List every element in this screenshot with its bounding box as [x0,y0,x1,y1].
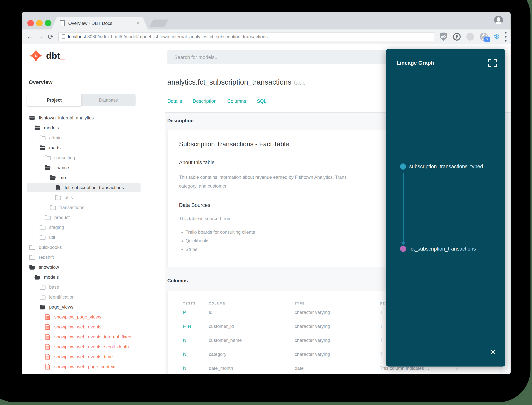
tree-item-models[interactable]: models [22,272,165,282]
browser-menu-icon[interactable]: ••• [505,31,507,43]
tree-item-label: quickbooks [39,245,62,250]
fullscreen-window-button[interactable] [45,20,52,27]
dbt-logo-icon [30,49,42,62]
tree-item-finance[interactable]: finance [22,163,165,173]
column-header-column: COLUMN [209,302,295,305]
snowflake-icon[interactable]: ❄ [493,33,500,40]
tree-item-label: snowplow_web_events [54,324,102,330]
ublock-shield-icon[interactable]: uO [440,33,447,41]
fullscreen-icon[interactable] [488,59,497,67]
tree-item-snowplow_web_page_context[interactable]: snowplow_web_page_context [22,362,165,372]
lineage-close-icon[interactable]: × [490,347,496,357]
tree-item-label: snowplow_web_page_context [54,364,116,369]
tree-item-label: snowplow_web_events_time [54,354,113,359]
tree-item-label: snowplow_web_events_internal_fixed [54,334,131,339]
tree-item-transactions[interactable]: transactions [22,202,165,212]
file-red-icon [44,314,51,320]
tree-item-snowplow_page_views[interactable]: snowplow_page_views [22,312,165,322]
folder-closed-icon [39,224,46,231]
column-name: date_month [209,365,295,371]
tree-item-admin[interactable]: admin [22,133,165,143]
search-placeholder: Search for models... [174,54,219,60]
minimize-window-button[interactable] [36,20,43,27]
tree-item-fct_subscription_transactions[interactable]: fct_subscription_transactions [22,182,165,193]
column-header-tests: TESTS [183,302,209,305]
tree-item-label: models [44,275,59,280]
lineage-node-current[interactable]: fct_subscription_transactions [400,246,476,252]
folder-open-icon [34,274,40,280]
tree-item-snowplow[interactable]: snowplow [22,262,165,272]
file-red-icon [44,334,51,340]
tree-item-label: transactions [59,205,84,210]
tests: P [183,310,209,315]
tests: N [183,338,209,343]
tree-item-models[interactable]: models [22,123,165,133]
power-extension-icon[interactable]: x [480,33,488,41]
tree-item-snowplow_web_events_scroll_depth[interactable]: snowplow_web_events_scroll_depth [22,342,165,352]
tree-item-identification[interactable]: identification [22,292,165,302]
folder-open-icon [39,144,46,151]
file-red-icon [44,344,51,350]
reload-icon[interactable]: ⟳ [45,33,56,40]
description-section-label: Description [167,118,194,123]
tree-item-base[interactable]: base [22,282,165,292]
tree-item-label: finance [54,165,69,170]
sidebar-overview-link[interactable]: Overview [29,79,53,85]
tree-item-utils[interactable]: utils [22,193,165,202]
new-tab-button[interactable] [149,20,169,27]
tree-item-staging[interactable]: staging [22,223,165,232]
tree-item-fishtown_internal_analytics[interactable]: fishtown_internal_analytics [22,113,165,123]
url-bar[interactable]: localhost:8080/index.html#!/model/model.… [58,32,434,41]
model-tab-columns[interactable]: Columns [227,98,246,104]
tree-item-label: fishtown_internal_analytics [39,115,94,121]
tests: N [183,351,209,357]
column-name: customer_name [209,338,295,343]
folder-closed-icon [29,244,35,250]
tree-item-mrr[interactable]: mrr [22,173,165,182]
tree-item-page_views[interactable]: page_views [22,302,165,312]
folder-closed-icon [44,214,51,221]
tree-item-util[interactable]: util [22,232,165,242]
back-icon[interactable]: ← [25,33,35,40]
profile-avatar[interactable] [494,16,503,25]
file-dark-icon [55,184,61,191]
folder-closed-icon [44,155,51,161]
model-tab-sql[interactable]: SQL [257,98,266,104]
browser-window: Overview - DBT Docs × ← → ⟳ localhost:80… [22,12,511,374]
tree-item-consulting[interactable]: consulting [22,153,165,163]
tree-item-redshift[interactable]: redshift [22,252,165,262]
column-header-type: TYPE [295,302,380,305]
tree-item-snowplow_web_events[interactable]: snowplow_web_events [22,322,165,332]
browser-tab-active[interactable]: Overview - DBT Docs × [52,17,148,29]
lineage-edge [403,173,404,243]
url-text: localhost:8080/index.html#!/model/model.… [68,34,268,40]
page-favicon-icon [60,20,65,27]
tree-item-quickbooks[interactable]: quickbooks [22,242,165,252]
close-window-button[interactable] [27,20,34,27]
tree-item-marts[interactable]: marts [22,143,165,153]
model-tab-description[interactable]: Description [193,98,217,104]
forward-icon[interactable]: → [35,33,45,40]
tree-item-snowplow_web_events_internal_fixed[interactable]: snowplow_web_events_internal_fixed [22,332,165,342]
extension-circle-icon[interactable] [466,33,474,40]
tree-item-snowplow_web_events_time[interactable]: snowplow_web_events_time [22,352,165,362]
model-nav-tabs: DetailsDescriptionColumnsSQL [167,98,266,104]
url-path: :8080/index.html#!/model/model.fishtown_… [86,34,268,39]
tree-item-label: page_views [49,304,73,310]
model-tab-details[interactable]: Details [167,98,182,104]
folder-open-icon [39,304,46,310]
tree-item-label: models [44,125,59,130]
tree-item-product[interactable]: product [22,212,165,223]
tree-item-label: fct_subscription_transactions [65,185,124,190]
sidebar-tab-project[interactable]: Project [27,94,81,106]
tab-close-icon[interactable]: × [136,20,140,26]
sidebar-tab-database[interactable]: Database [81,94,136,106]
lineage-node-upstream[interactable]: subscription_transactions_typed [400,163,483,169]
onepassword-icon[interactable] [453,33,461,40]
sidebar: Overview ProjectDatabase fishtown_intern… [22,70,165,374]
logo-text: dbt_ [46,51,66,61]
tree-item-label: identification [49,294,75,300]
dbt-logo[interactable]: dbt_ [30,49,66,62]
folder-closed-icon [29,254,35,261]
page-title: analytics.fct_subscription_transactionst… [167,78,306,86]
